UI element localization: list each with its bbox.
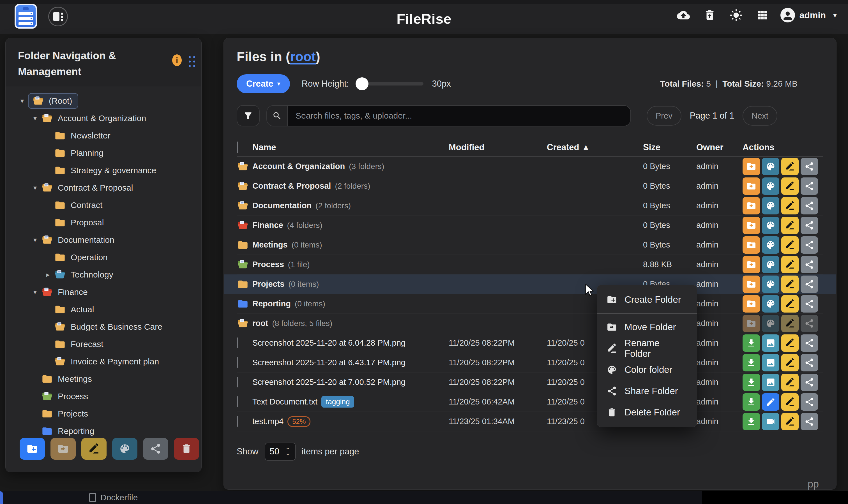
color-folder-button[interactable] [112, 438, 137, 460]
column-header-owner[interactable]: Owner [696, 142, 743, 152]
row-action-share-button[interactable] [801, 354, 818, 372]
sidebar-item-root[interactable]: ▾(Root) [6, 92, 201, 110]
create-folder-button[interactable] [20, 438, 45, 460]
column-header-created[interactable]: Created ▲ [547, 142, 643, 152]
table-row-screenshot-2025-11-20-at-6-04-28-pm-png[interactable]: Screenshot 2025-11-20 at 6.04.28 PM.png1… [237, 333, 823, 353]
row-action-rename-button[interactable] [781, 335, 799, 352]
caret-down-icon[interactable]: ▾ [29, 288, 41, 296]
row-action-download-button[interactable] [743, 374, 760, 391]
row-name[interactable]: Documentation [252, 201, 312, 210]
row-name[interactable]: test.mp4 [252, 417, 283, 426]
row-action-preview-image-button[interactable] [762, 335, 779, 352]
sidebar-item-meetings[interactable]: Meetings [6, 370, 201, 388]
row-action-download-button[interactable] [743, 354, 760, 372]
row-action-color-folder-button[interactable] [762, 158, 779, 175]
apps-grid-button[interactable] [754, 7, 771, 23]
row-name[interactable]: Process [252, 260, 284, 269]
sidebar-item-invoice-payment-plan[interactable]: Invoice & Payment plan [6, 353, 201, 370]
row-action-share-button[interactable] [801, 295, 818, 312]
row-action-rename-button[interactable] [781, 217, 799, 234]
row-checkbox[interactable] [237, 338, 238, 348]
theme-toggle-button[interactable] [728, 7, 744, 23]
table-row-projects[interactable]: Projects (0 items)0 Bytesadmin [224, 274, 836, 294]
row-action-share-button[interactable] [801, 393, 818, 411]
row-action-move-folder-button[interactable] [743, 295, 760, 312]
row-action-preview-video-button[interactable] [762, 413, 779, 430]
context-menu-item-delete-folder[interactable]: Delete Folder [597, 402, 697, 423]
row-action-move-folder-button[interactable] [743, 177, 760, 195]
row-action-share-button[interactable] [801, 275, 818, 293]
row-action-download-button[interactable] [743, 335, 760, 352]
sidebar-item-actual[interactable]: Actual [6, 301, 201, 318]
row-action-share-button[interactable] [801, 177, 818, 195]
row-action-rename-button[interactable] [781, 393, 799, 411]
row-action-move-folder-button[interactable] [743, 236, 760, 254]
delete-folder-button[interactable] [174, 438, 199, 460]
row-action-rename-button[interactable] [781, 177, 799, 195]
row-action-share-button[interactable] [801, 335, 818, 352]
row-name[interactable]: Screenshot 2025-11-20 at 6.04.28 PM.png [252, 338, 406, 347]
sidebar-item-technology[interactable]: ▸Technology [6, 266, 201, 283]
row-action-rename-button[interactable] [781, 197, 799, 214]
row-name[interactable]: Text Document.txt [252, 397, 317, 407]
trash-restore-button[interactable] [701, 7, 718, 23]
row-name[interactable]: Meetings [252, 240, 288, 250]
row-action-rename-button[interactable] [781, 236, 799, 254]
row-name[interactable]: Finance [252, 221, 283, 230]
row-action-rename-button[interactable] [781, 158, 799, 175]
row-checkbox[interactable] [237, 396, 238, 407]
row-action-move-folder-button[interactable] [743, 217, 760, 234]
share-folder-button[interactable] [143, 438, 168, 460]
select-all-checkbox[interactable] [237, 142, 238, 153]
sidebar-item-finance[interactable]: ▾Finance [6, 283, 201, 301]
sidebar-item-process[interactable]: Process [6, 388, 201, 405]
caret-down-icon[interactable]: ▾ [16, 97, 28, 105]
sidebar-item-strategy-governance[interactable]: Strategy & governance [6, 162, 201, 179]
row-action-move-folder-button[interactable] [743, 256, 760, 273]
info-icon[interactable]: i [172, 54, 182, 66]
row-action-color-folder-button[interactable] [762, 217, 779, 234]
caret-down-icon[interactable]: ▾ [29, 236, 41, 244]
sidebar-item-operation[interactable]: Operation [6, 249, 201, 266]
row-action-color-folder-button[interactable] [762, 256, 779, 273]
context-menu-item-create-folder[interactable]: Create Folder [597, 289, 697, 310]
table-row-contract-proposal[interactable]: Contract & Proposal (2 folders)0 Bytesad… [237, 176, 823, 196]
table-row-root[interactable]: root (8 folders, 5 files)admin [237, 314, 823, 333]
slider-thumb[interactable] [356, 77, 369, 90]
context-menu-item-move-folder[interactable]: Move Folder [597, 317, 697, 338]
row-action-download-button[interactable] [743, 393, 760, 411]
drag-handle-icon[interactable] [189, 56, 195, 67]
row-action-color-folder-button[interactable] [762, 295, 779, 312]
row-action-download-button[interactable] [743, 413, 760, 430]
sidebar-item-newsletter[interactable]: Newsletter [6, 127, 201, 144]
row-name[interactable]: root [252, 319, 268, 328]
column-header-modified[interactable]: Modified [449, 142, 547, 152]
sidebar-item-documentation[interactable]: ▾Documentation [6, 231, 201, 249]
table-row-finance[interactable]: Finance (4 folders)0 Bytesadmin [237, 216, 823, 235]
table-row-account-organization[interactable]: Account & Organization (3 folders)0 Byte… [237, 157, 823, 176]
create-button[interactable]: Create▾ [237, 74, 290, 93]
next-page-button[interactable]: Next [743, 106, 777, 126]
sidebar-item-planning[interactable]: Planning [6, 144, 201, 162]
upload-button[interactable] [675, 7, 692, 23]
caret-down-icon[interactable]: ▾ [29, 114, 41, 122]
row-action-preview-image-button[interactable] [762, 354, 779, 372]
context-menu-item-color-folder[interactable]: Color folder [597, 359, 697, 380]
sidebar-item-contract[interactable]: Contract [6, 197, 201, 214]
table-row-screenshot-2025-11-20-at-6-43-17-pm-png[interactable]: Screenshot 2025-11-20 at 6.43.17 PM.png1… [237, 353, 823, 373]
row-action-share-button[interactable] [801, 413, 818, 430]
row-action-preview-image-button[interactable] [762, 374, 779, 391]
column-header-actions[interactable]: Actions [743, 142, 823, 152]
table-row-documentation[interactable]: Documentation (2 folders)0 Bytesadmin [237, 196, 823, 216]
row-action-share-button[interactable] [801, 236, 818, 254]
filerise-logo[interactable] [15, 4, 37, 29]
table-row-text-document-txt[interactable]: Text Document.txttagging11/20/25 06:42AM… [237, 392, 823, 412]
sidebar-item-contract-proposal[interactable]: ▾Contract & Proposal [6, 179, 201, 197]
row-action-move-folder-button[interactable] [743, 275, 760, 293]
caret-down-icon[interactable]: ▾ [29, 184, 41, 192]
sidebar-item-forecast[interactable]: Forecast [6, 336, 201, 353]
items-per-page-select[interactable]: 50 ⌃⌄ [265, 443, 296, 461]
sidebar-item-reporting[interactable]: Reporting [6, 422, 201, 440]
row-action-rename-button[interactable] [781, 275, 799, 293]
row-checkbox[interactable] [237, 377, 238, 388]
